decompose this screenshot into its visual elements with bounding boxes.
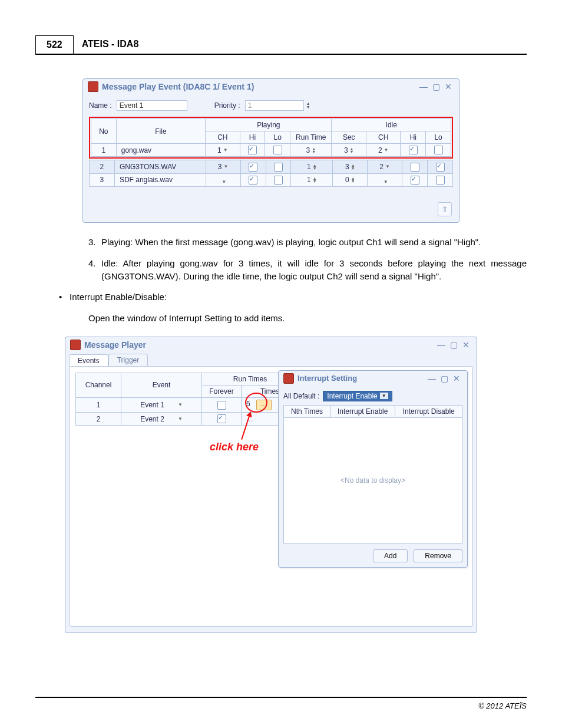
annotation-label: click here [210,441,259,453]
chevron-down-icon: ▼ [384,147,389,153]
body-text: Open the window of Interrupt Setting to … [88,312,527,325]
message-table: No File Playing Idle CH Hi Lo Run Time S… [91,118,451,157]
checkbox-icon [249,163,257,172]
empty-placeholder: <No data to display> [284,417,462,543]
chevron-down-icon: ▼ [223,147,228,153]
checkbox-icon [217,414,226,423]
page-number: 522 [35,35,74,54]
chevron-down-icon: ▼ [222,179,226,185]
checkbox-icon [249,176,257,185]
chevron-down-icon: ▼ [178,402,183,407]
col-p-hi: Hi [240,131,265,144]
events-table: Channel Event Run Times Forever Times 1 … [75,373,299,426]
checkbox-icon [411,163,419,172]
name-input[interactable] [117,100,187,111]
chevron-down-icon: ▼ [380,393,388,399]
events-panel: Channel Event Run Times Forever Times 1 … [69,366,473,627]
col-no: No [91,119,117,144]
list-item: 3. Playing: When the first message (gong… [88,236,527,249]
priority-input[interactable]: ▲▼ [245,100,310,111]
copyright: © 2012 ATEÏS [478,701,527,710]
table-row[interactable]: 2 GNG3TONS.WAV 3▼ 1▲▼ 3▲▼ 2▼ [90,160,453,173]
interrupt-setting-window: Interrupt Setting — ▢ ✕ All Default : In… [278,370,468,568]
highlighted-table-frame: No File Playing Idle CH Hi Lo Run Time S… [89,117,453,159]
checkbox-icon [274,176,283,185]
window-title: Message Player [84,340,435,350]
checkbox-icon [248,146,257,154]
checkbox-icon [436,163,445,172]
col-file: File [116,119,205,144]
ellipsis-button[interactable]: … [256,400,272,410]
col-channel: Channel [76,373,121,397]
col-sec: Sec [332,131,366,144]
col-event: Event [121,373,202,397]
checkbox-icon [409,146,418,154]
page-header: 522 ATEIS - IDA8 [35,35,527,55]
col-p-lo: Lo [265,131,290,144]
table-row[interactable]: 1 Event 1▼ 5 … [76,397,299,412]
all-default-label: All Default : [283,392,319,400]
message-player-window: Message Player — ▢ ✕ Events Trigger Chan… [65,337,477,633]
tab-trigger[interactable]: Trigger [108,354,148,366]
spin-down-icon[interactable]: ▼ [306,106,310,109]
remove-button[interactable]: Remove [414,549,462,562]
col-idle: Idle [332,119,451,131]
table-row[interactable]: 1 gong.wav 1▼ 3▲▼ 3▲▼ 2▼ [91,144,451,157]
app-icon [283,373,294,384]
checkbox-icon [273,146,282,154]
col-i-ch: CH [366,131,401,144]
minimize-icon[interactable]: — [417,82,430,91]
name-label: Name : [89,101,112,110]
add-button[interactable]: Add [373,549,408,562]
chevron-down-icon: ▼ [384,179,388,185]
col-p-ch: CH [206,131,240,144]
app-icon [88,81,98,92]
minimize-icon[interactable]: — [435,340,448,350]
col-int-enable: Interrupt Enable [330,405,395,417]
col-i-hi: Hi [401,131,426,144]
checkbox-icon [274,163,283,172]
scroll-up-button[interactable]: ⇧ [438,202,452,216]
chevron-down-icon: ▼ [224,164,229,169]
chevron-down-icon: ▼ [178,416,183,421]
window-titlebar: Message Play Event (IDA8C 1/ Event 1) — … [83,79,459,94]
maximize-icon[interactable]: ▢ [430,82,442,91]
table-row[interactable]: 3 SDF anglais.wav ▼ 1▲▼ 0▲▼ ▼ [90,173,453,187]
list-item: 4. Idle: After playing gong.wav for 3 ti… [88,257,527,283]
checkbox-icon [434,146,443,154]
col-forever: Forever [202,385,242,397]
message-play-event-window: Message Play Event (IDA8C 1/ Event 1) — … [82,78,459,223]
tab-events[interactable]: Events [69,354,108,367]
page-footer: © 2012 ATEÏS [35,697,527,710]
window-titlebar: Message Player — ▢ ✕ [65,337,477,353]
priority-label: Priority : [214,101,240,110]
col-playing: Playing [206,119,332,131]
interrupt-table: Nth Times Interrupt Enable Interrupt Dis… [283,405,462,543]
checkbox-icon [436,176,445,185]
table-row[interactable]: 2 Event 2▼ … [76,412,299,425]
chevron-down-icon: ▼ [385,164,390,169]
all-default-combo[interactable]: Interrupt Enable ▼ [323,391,392,401]
col-int-disable: Interrupt Disable [395,405,462,417]
checkbox-icon [217,401,226,410]
col-i-lo: Lo [426,131,451,144]
bullet-item: • Interrupt Enable/Disable: [59,291,527,304]
col-runtime: Run Time [290,131,332,144]
message-table-cont: 2 GNG3TONS.WAV 3▼ 1▲▼ 3▲▼ 2▼ 3 SDF angla… [89,160,453,187]
col-nth: Nth Times [284,405,330,417]
close-icon[interactable]: ✕ [451,374,462,383]
app-icon [70,340,81,350]
doc-title: ATEIS - IDA8 [74,35,147,54]
close-icon[interactable]: ✕ [460,340,472,350]
window-title: Interrupt Setting [297,374,425,383]
window-title: Message Play Event (IDA8C 1/ Event 1) [102,82,417,91]
checkbox-icon [411,176,419,185]
minimize-icon[interactable]: — [425,374,438,383]
maximize-icon[interactable]: ▢ [438,374,451,383]
bullet-icon: • [59,291,70,304]
maximize-icon[interactable]: ▢ [448,340,460,350]
close-icon[interactable]: ✕ [442,82,454,91]
